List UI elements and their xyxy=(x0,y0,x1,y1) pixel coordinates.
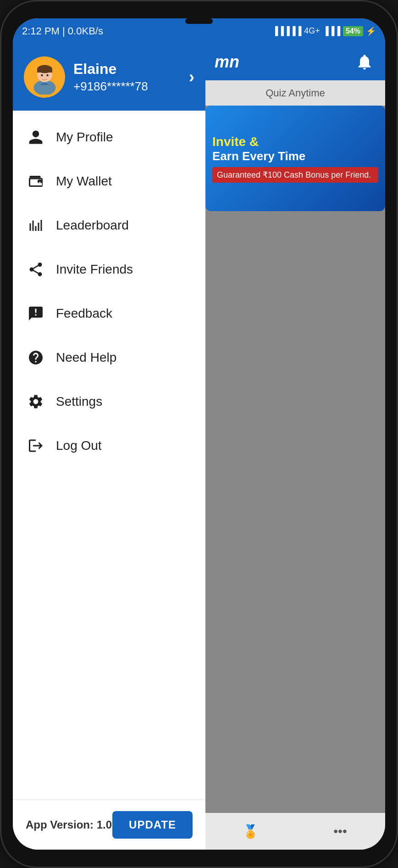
navigation-drawer: Elaine +9186******78 › My Profi xyxy=(13,44,205,850)
menu-item-my-profile[interactable]: My Profile xyxy=(13,115,205,159)
settings-label: Settings xyxy=(56,394,102,409)
menu-item-leaderboard[interactable]: Leaderboard xyxy=(13,203,205,247)
menu-item-log-out[interactable]: Log Out xyxy=(13,424,205,468)
leaderboard-label: Leaderboard xyxy=(56,218,129,233)
avatar xyxy=(24,56,65,98)
user-info: Elaine +9186******78 xyxy=(73,61,181,94)
leaderboard-icon xyxy=(26,215,46,235)
logout-icon xyxy=(26,436,46,456)
user-phone: +9186******78 xyxy=(73,79,181,94)
status-icons: ▐▐▐▐▐ 4G+ ▐▐▐ 54% ⚡ xyxy=(272,26,376,36)
invite-friends-icon xyxy=(26,259,46,280)
user-name: Elaine xyxy=(73,61,181,78)
svg-rect-3 xyxy=(37,69,52,73)
app-logo: mn xyxy=(215,52,239,72)
feedback-label: Feedback xyxy=(56,306,112,321)
invite-friends-label: Invite Friends xyxy=(56,262,133,277)
logout-label: Log Out xyxy=(56,438,102,453)
my-wallet-icon xyxy=(26,171,46,191)
screen-content: mn Quiz Anytime Invite & Earn Every Time… xyxy=(13,44,385,850)
update-button[interactable]: UPDATE xyxy=(112,811,193,839)
network-type: 4G+ xyxy=(304,26,320,36)
my-wallet-label: My Wallet xyxy=(56,174,112,189)
svg-point-0 xyxy=(33,80,55,95)
signal-icon-2: ▐▐▐ xyxy=(323,26,340,36)
signal-icon: ▐▐▐▐▐ xyxy=(272,26,301,36)
drawer-header[interactable]: Elaine +9186******78 › xyxy=(13,44,205,111)
quiz-anytime-banner: Quiz Anytime xyxy=(205,80,385,106)
drawer-menu: My Profile My Wallet xyxy=(13,111,205,800)
need-help-label: Need Help xyxy=(56,350,116,365)
app-version-label: App Version: 1.0 xyxy=(26,818,112,831)
app-header: mn xyxy=(205,44,385,80)
guarantee-text: Guaranteed ₹100 Cash Bonus per Friend. xyxy=(212,167,378,183)
drawer-footer: App Version: 1.0 UPDATE xyxy=(13,800,205,850)
menu-item-need-help[interactable]: Need Help xyxy=(13,336,205,380)
my-profile-label: My Profile xyxy=(56,130,113,145)
settings-icon xyxy=(26,392,46,412)
invite-banner[interactable]: Invite & Earn Every Time Guaranteed ₹100… xyxy=(205,106,385,211)
need-help-icon xyxy=(26,347,46,368)
menu-item-settings[interactable]: Settings xyxy=(13,380,205,424)
bottom-nav: 🏅 ••• xyxy=(205,813,385,850)
medal-icon[interactable]: 🏅 xyxy=(239,820,262,843)
svg-point-5 xyxy=(46,74,49,76)
profile-chevron-icon: › xyxy=(189,67,194,87)
menu-item-feedback[interactable]: Feedback xyxy=(13,291,205,336)
invite-line2: Earn Every Time xyxy=(212,149,378,163)
menu-item-my-wallet[interactable]: My Wallet xyxy=(13,159,205,203)
invite-line1: Invite & xyxy=(212,134,378,149)
svg-point-4 xyxy=(41,74,43,76)
menu-item-invite-friends[interactable]: Invite Friends xyxy=(13,247,205,291)
charging-icon: ⚡ xyxy=(366,26,376,36)
invite-content: Invite & Earn Every Time Guaranteed ₹100… xyxy=(212,134,378,183)
notification-bell[interactable] xyxy=(353,50,376,73)
more-icon[interactable]: ••• xyxy=(329,820,352,843)
time-display: 2:12 PM | 0.0KB/s xyxy=(22,25,103,37)
my-profile-icon xyxy=(26,127,46,147)
feedback-icon xyxy=(26,303,46,324)
battery-icon: 54% xyxy=(343,26,363,36)
